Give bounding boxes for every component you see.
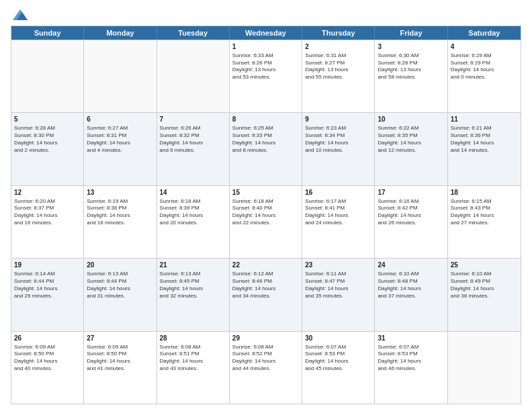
- day-number: 5: [14, 115, 81, 124]
- logo-text: [11, 8, 28, 21]
- cal-cell: 10Sunrise: 6:22 AM Sunset: 8:35 PM Dayli…: [375, 113, 447, 185]
- cal-cell: 16Sunrise: 6:17 AM Sunset: 8:41 PM Dayli…: [302, 186, 375, 258]
- cal-cell: 24Sunrise: 6:10 AM Sunset: 8:48 PM Dayli…: [375, 259, 447, 330]
- logo-icon: [13, 9, 28, 20]
- cell-info: Sunrise: 6:13 AM Sunset: 8:44 PM Dayligh…: [87, 271, 153, 300]
- cal-cell: 2Sunrise: 6:31 AM Sunset: 8:27 PM Daylig…: [302, 40, 375, 112]
- day-number: 27: [87, 334, 153, 342]
- header: [11, 8, 521, 21]
- cell-info: Sunrise: 6:17 AM Sunset: 8:41 PM Dayligh…: [305, 198, 371, 227]
- header-day-wednesday: Wednesday: [230, 26, 302, 40]
- day-number: 25: [451, 261, 518, 269]
- day-number: 15: [232, 188, 299, 197]
- cal-cell: 8Sunrise: 6:25 AM Sunset: 8:33 PM Daylig…: [230, 113, 302, 185]
- cal-cell: 17Sunrise: 6:16 AM Sunset: 8:42 PM Dayli…: [375, 186, 447, 258]
- day-number: 12: [14, 188, 81, 197]
- cell-info: Sunrise: 6:22 AM Sunset: 8:35 PM Dayligh…: [378, 125, 444, 154]
- cal-cell: 26Sunrise: 6:09 AM Sunset: 8:50 PM Dayli…: [11, 332, 84, 404]
- day-number: 7: [160, 115, 226, 124]
- cal-cell: 25Sunrise: 6:10 AM Sunset: 8:49 PM Dayli…: [448, 259, 521, 330]
- cell-info: Sunrise: 6:08 AM Sunset: 8:51 PM Dayligh…: [160, 344, 226, 373]
- cal-cell: 31Sunrise: 6:07 AM Sunset: 8:53 PM Dayli…: [375, 332, 447, 404]
- cal-cell: 12Sunrise: 6:20 AM Sunset: 8:37 PM Dayli…: [11, 186, 84, 258]
- cell-info: Sunrise: 6:07 AM Sunset: 8:53 PM Dayligh…: [305, 344, 371, 373]
- cell-info: Sunrise: 6:25 AM Sunset: 8:33 PM Dayligh…: [232, 125, 299, 154]
- page: SundayMondayTuesdayWednesdayThursdayFrid…: [0, 0, 532, 411]
- day-number: 11: [451, 115, 518, 124]
- cal-cell: 4Sunrise: 6:29 AM Sunset: 8:29 PM Daylig…: [448, 40, 521, 112]
- cal-cell: 7Sunrise: 6:26 AM Sunset: 8:32 PM Daylig…: [157, 113, 230, 185]
- day-number: 14: [160, 188, 226, 197]
- day-number: 8: [232, 115, 299, 124]
- cal-cell: 5Sunrise: 6:28 AM Sunset: 8:30 PM Daylig…: [11, 113, 84, 185]
- day-number: 4: [451, 42, 518, 51]
- day-number: 24: [378, 261, 444, 269]
- cell-info: Sunrise: 6:10 AM Sunset: 8:48 PM Dayligh…: [378, 271, 444, 300]
- header-day-tuesday: Tuesday: [157, 26, 230, 40]
- cell-info: Sunrise: 6:07 AM Sunset: 8:53 PM Dayligh…: [378, 344, 444, 373]
- cal-cell: 6Sunrise: 6:27 AM Sunset: 8:31 PM Daylig…: [84, 113, 157, 185]
- header-day-saturday: Saturday: [448, 26, 521, 40]
- day-number: 23: [305, 261, 371, 269]
- calendar-header: SundayMondayTuesdayWednesdayThursdayFrid…: [11, 26, 521, 40]
- day-number: 18: [451, 188, 518, 197]
- day-number: 26: [14, 334, 81, 342]
- day-number: 22: [232, 261, 299, 269]
- day-number: 9: [305, 115, 371, 124]
- cal-cell: 30Sunrise: 6:07 AM Sunset: 8:53 PM Dayli…: [302, 332, 375, 404]
- cell-info: Sunrise: 6:28 AM Sunset: 8:30 PM Dayligh…: [14, 125, 81, 154]
- day-number: 19: [14, 261, 81, 269]
- cell-info: Sunrise: 6:08 AM Sunset: 8:52 PM Dayligh…: [232, 344, 299, 373]
- day-number: 6: [87, 115, 153, 124]
- cell-info: Sunrise: 6:16 AM Sunset: 8:42 PM Dayligh…: [378, 198, 444, 227]
- cal-cell: [157, 40, 230, 112]
- day-number: 29: [232, 334, 299, 342]
- calendar-body: 1Sunrise: 6:33 AM Sunset: 8:26 PM Daylig…: [11, 40, 521, 404]
- cal-cell: 3Sunrise: 6:30 AM Sunset: 8:28 PM Daylig…: [375, 40, 447, 112]
- cell-info: Sunrise: 6:31 AM Sunset: 8:27 PM Dayligh…: [305, 52, 371, 81]
- cal-cell: 9Sunrise: 6:23 AM Sunset: 8:34 PM Daylig…: [302, 113, 375, 185]
- day-number: 20: [87, 261, 153, 269]
- day-number: 31: [378, 334, 444, 342]
- week-row-0: 1Sunrise: 6:33 AM Sunset: 8:26 PM Daylig…: [11, 40, 521, 112]
- cell-info: Sunrise: 6:29 AM Sunset: 8:29 PM Dayligh…: [451, 52, 518, 81]
- day-number: 10: [378, 115, 444, 124]
- cal-cell: 14Sunrise: 6:18 AM Sunset: 8:39 PM Dayli…: [157, 186, 230, 258]
- day-number: 30: [305, 334, 371, 342]
- header-day-friday: Friday: [375, 26, 447, 40]
- cell-info: Sunrise: 6:14 AM Sunset: 8:44 PM Dayligh…: [14, 271, 81, 300]
- cal-cell: 27Sunrise: 6:09 AM Sunset: 8:50 PM Dayli…: [84, 332, 157, 404]
- cell-info: Sunrise: 6:12 AM Sunset: 8:46 PM Dayligh…: [232, 271, 299, 300]
- cal-cell: 11Sunrise: 6:21 AM Sunset: 8:36 PM Dayli…: [448, 113, 521, 185]
- week-row-4: 26Sunrise: 6:09 AM Sunset: 8:50 PM Dayli…: [11, 331, 521, 404]
- header-day-thursday: Thursday: [302, 26, 375, 40]
- cal-cell: 28Sunrise: 6:08 AM Sunset: 8:51 PM Dayli…: [157, 332, 230, 404]
- cal-cell: 1Sunrise: 6:33 AM Sunset: 8:26 PM Daylig…: [230, 40, 302, 112]
- header-day-monday: Monday: [84, 26, 157, 40]
- day-number: 16: [305, 188, 371, 197]
- cal-cell: 19Sunrise: 6:14 AM Sunset: 8:44 PM Dayli…: [11, 259, 84, 330]
- day-number: 13: [87, 188, 153, 197]
- day-number: 3: [378, 42, 444, 51]
- cell-info: Sunrise: 6:09 AM Sunset: 8:50 PM Dayligh…: [14, 344, 81, 373]
- cal-cell: 20Sunrise: 6:13 AM Sunset: 8:44 PM Dayli…: [84, 259, 157, 330]
- cell-info: Sunrise: 6:18 AM Sunset: 8:39 PM Dayligh…: [160, 198, 226, 227]
- logo: [11, 8, 28, 21]
- cell-info: Sunrise: 6:18 AM Sunset: 8:40 PM Dayligh…: [232, 198, 299, 227]
- cell-info: Sunrise: 6:15 AM Sunset: 8:43 PM Dayligh…: [451, 198, 518, 227]
- cell-info: Sunrise: 6:23 AM Sunset: 8:34 PM Dayligh…: [305, 125, 371, 154]
- cal-cell: 22Sunrise: 6:12 AM Sunset: 8:46 PM Dayli…: [230, 259, 302, 330]
- cell-info: Sunrise: 6:21 AM Sunset: 8:36 PM Dayligh…: [451, 125, 518, 154]
- cell-info: Sunrise: 6:11 AM Sunset: 8:47 PM Dayligh…: [305, 271, 371, 300]
- header-day-sunday: Sunday: [11, 26, 84, 40]
- day-number: 28: [160, 334, 226, 342]
- day-number: 17: [378, 188, 444, 197]
- cell-info: Sunrise: 6:13 AM Sunset: 8:45 PM Dayligh…: [160, 271, 226, 300]
- cell-info: Sunrise: 6:20 AM Sunset: 8:37 PM Dayligh…: [14, 198, 81, 227]
- cal-cell: 21Sunrise: 6:13 AM Sunset: 8:45 PM Dayli…: [157, 259, 230, 330]
- cal-cell: [11, 40, 84, 112]
- calendar: SundayMondayTuesdayWednesdayThursdayFrid…: [11, 26, 521, 404]
- cell-info: Sunrise: 6:27 AM Sunset: 8:31 PM Dayligh…: [87, 125, 153, 154]
- day-number: 2: [305, 42, 371, 51]
- cal-cell: 18Sunrise: 6:15 AM Sunset: 8:43 PM Dayli…: [448, 186, 521, 258]
